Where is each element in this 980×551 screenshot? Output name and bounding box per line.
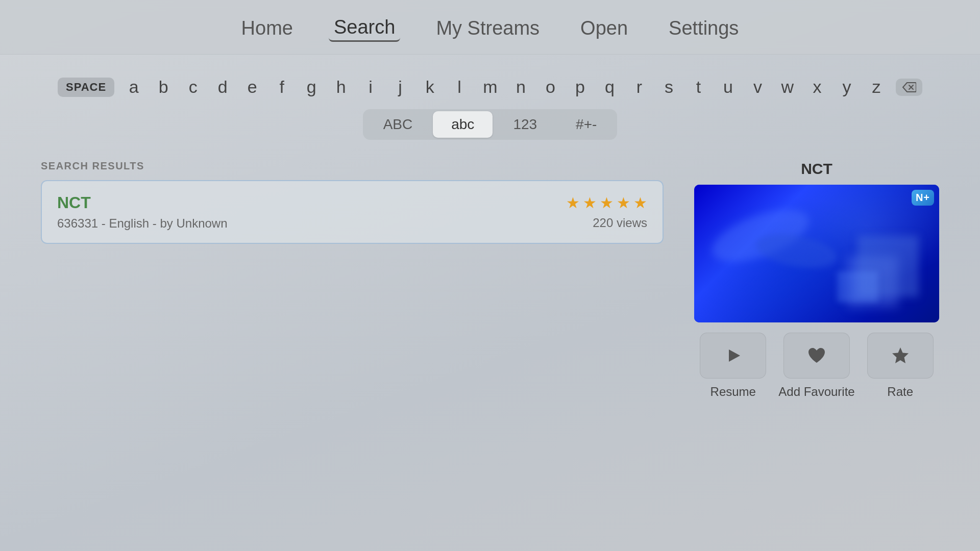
key-space[interactable]: SPACE bbox=[58, 78, 114, 97]
views: 220 views bbox=[566, 216, 647, 230]
stars: ★ ★ ★ ★ ★ bbox=[566, 194, 647, 212]
preview-panel: NCT N+ Resume bbox=[694, 160, 939, 399]
key-b[interactable]: b bbox=[153, 75, 174, 99]
key-l[interactable]: l bbox=[449, 75, 470, 99]
shape5 bbox=[837, 271, 878, 302]
main-content: SEARCH RESULTS NCT 636331 - English - by… bbox=[0, 150, 980, 409]
preview-thumbnail: N+ bbox=[694, 185, 939, 322]
nav-settings[interactable]: Settings bbox=[664, 15, 744, 41]
key-d[interactable]: d bbox=[212, 75, 233, 99]
key-a[interactable]: a bbox=[124, 75, 144, 99]
result-left: NCT 636331 - English - by Unknown bbox=[57, 193, 228, 231]
key-z[interactable]: z bbox=[866, 75, 887, 99]
mode-numbers[interactable]: 123 bbox=[495, 111, 555, 138]
svg-marker-3 bbox=[892, 347, 909, 363]
mode-abc-upper[interactable]: ABC bbox=[365, 111, 431, 138]
key-u[interactable]: u bbox=[718, 75, 738, 99]
preview-title: NCT bbox=[694, 160, 939, 178]
action-buttons: Resume Add Favourite Rate bbox=[694, 333, 939, 399]
key-k[interactable]: k bbox=[420, 75, 440, 99]
result-right: ★ ★ ★ ★ ★ 220 views bbox=[566, 194, 647, 230]
key-e[interactable]: e bbox=[242, 75, 262, 99]
key-i[interactable]: i bbox=[360, 75, 381, 99]
play-icon bbox=[723, 345, 743, 366]
key-g[interactable]: g bbox=[301, 75, 322, 99]
mode-abc-lower[interactable]: abc bbox=[433, 111, 493, 138]
key-y[interactable]: y bbox=[837, 75, 857, 99]
add-favourite-wrap: Add Favourite bbox=[778, 333, 854, 399]
keyboard-modes: ABC abc 123 #+- bbox=[363, 109, 618, 140]
star-5: ★ bbox=[633, 194, 647, 212]
result-item[interactable]: NCT 636331 - English - by Unknown ★ ★ ★ … bbox=[41, 180, 664, 244]
keyboard-area: SPACE a b c d e f g h i j k l m n o p q … bbox=[0, 55, 980, 150]
heart-icon bbox=[806, 345, 827, 366]
thumbnail-bg bbox=[694, 185, 939, 322]
star-2: ★ bbox=[583, 194, 597, 212]
nav-search[interactable]: Search bbox=[329, 14, 400, 42]
key-w[interactable]: w bbox=[777, 75, 798, 99]
key-f[interactable]: f bbox=[272, 75, 292, 99]
rate-wrap: Rate bbox=[867, 333, 934, 399]
rate-button[interactable] bbox=[867, 333, 934, 379]
add-favourite-label: Add Favourite bbox=[778, 385, 854, 399]
key-n[interactable]: n bbox=[510, 75, 531, 99]
key-t[interactable]: t bbox=[688, 75, 708, 99]
add-favourite-button[interactable] bbox=[783, 333, 850, 379]
keyboard-row-letters: SPACE a b c d e f g h i j k l m n o p q … bbox=[58, 75, 922, 99]
search-results-label: SEARCH RESULTS bbox=[41, 160, 664, 172]
key-c[interactable]: c bbox=[183, 75, 203, 99]
key-r[interactable]: r bbox=[629, 75, 649, 99]
rate-label: Rate bbox=[887, 385, 913, 399]
key-s[interactable]: s bbox=[658, 75, 679, 99]
key-h[interactable]: h bbox=[331, 75, 351, 99]
key-p[interactable]: p bbox=[570, 75, 590, 99]
mode-symbols[interactable]: #+- bbox=[557, 111, 615, 138]
nav-bar: Home Search My Streams Open Settings bbox=[0, 0, 980, 55]
key-o[interactable]: o bbox=[540, 75, 560, 99]
nplus-badge: N+ bbox=[912, 190, 934, 206]
nav-home[interactable]: Home bbox=[236, 15, 298, 41]
key-m[interactable]: m bbox=[479, 75, 501, 99]
svg-marker-2 bbox=[729, 349, 740, 362]
star-icon bbox=[890, 345, 911, 366]
star-4: ★ bbox=[617, 194, 630, 212]
key-q[interactable]: q bbox=[599, 75, 620, 99]
star-1: ★ bbox=[566, 194, 580, 212]
nav-my-streams[interactable]: My Streams bbox=[431, 15, 545, 41]
result-title: NCT bbox=[57, 193, 228, 212]
search-results-section: SEARCH RESULTS NCT 636331 - English - by… bbox=[41, 160, 664, 399]
key-backspace[interactable] bbox=[896, 79, 922, 96]
resume-wrap: Resume bbox=[700, 333, 766, 399]
star-3: ★ bbox=[600, 194, 614, 212]
key-j[interactable]: j bbox=[390, 75, 410, 99]
resume-label: Resume bbox=[710, 385, 756, 399]
result-meta: 636331 - English - by Unknown bbox=[57, 216, 228, 231]
nav-open[interactable]: Open bbox=[575, 15, 633, 41]
key-v[interactable]: v bbox=[747, 75, 768, 99]
key-x[interactable]: x bbox=[807, 75, 827, 99]
resume-button[interactable] bbox=[700, 333, 766, 379]
